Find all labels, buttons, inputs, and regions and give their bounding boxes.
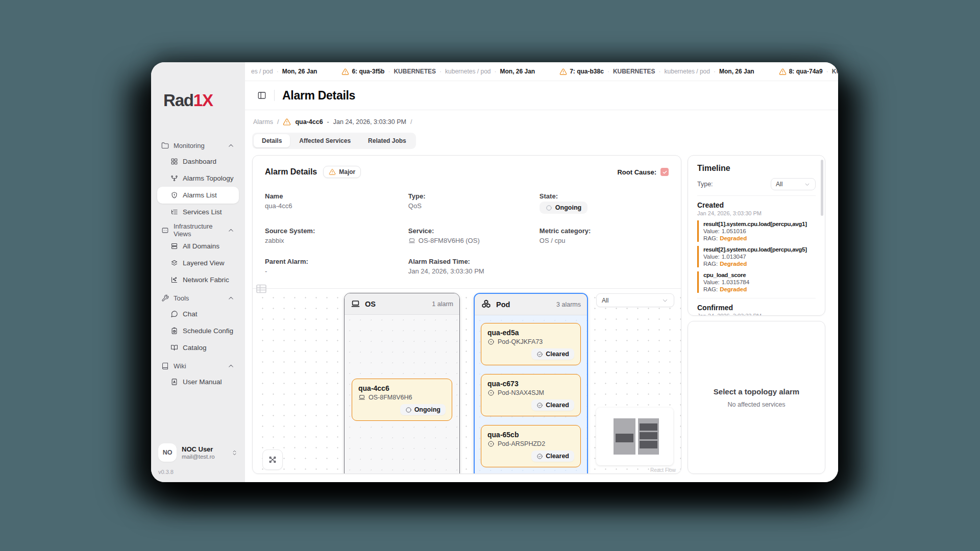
- sidebar-section-tools[interactable]: Tools: [157, 290, 239, 306]
- book-icon: [161, 362, 169, 370]
- services-placeholder-subtitle: No affected services: [727, 401, 785, 408]
- topology-node-os[interactable]: OS 1 alarm qua-4cc6 OS-8FM8V6H6: [344, 293, 460, 474]
- route-layout-button[interactable]: [262, 449, 283, 470]
- circle-icon: [546, 205, 552, 211]
- status-badge: Ongoing: [400, 404, 446, 415]
- minimap-node-pod: [638, 418, 659, 455]
- user-name: NOC User: [182, 445, 215, 453]
- root-cause-checkbox[interactable]: [660, 168, 669, 176]
- timeline-panel: Timeline Type: All Created Jan 24, 2026,…: [688, 155, 825, 316]
- sidebar-item-alarms-topology[interactable]: Alarms Topology: [157, 170, 239, 187]
- state-pill: Ongoing: [540, 202, 587, 214]
- topology-alarm-card[interactable]: qua-ed5a Pod-QKJKFA73 Cleared: [481, 323, 581, 365]
- layers-icon: [170, 259, 178, 267]
- check-circle-icon: [536, 453, 543, 460]
- app-window: Rad1X Monitoring Dashboard Alarms Topolo…: [151, 62, 838, 482]
- topology-node-pod[interactable]: Pod 3 alarms qua-ed5a Pod-QKJKFA: [474, 293, 588, 474]
- tab-affected-services[interactable]: Affected Services: [291, 134, 359, 147]
- sidebar-section-wiki[interactable]: Wiki: [157, 358, 239, 373]
- sidebar-item-alarms-list[interactable]: Alarms List: [157, 187, 239, 204]
- topology-minimap[interactable]: [596, 408, 673, 465]
- user-email: mail@test.ro: [182, 454, 215, 460]
- field-metric-category: Metric category: OS / cpu: [540, 227, 669, 244]
- chevron-down-icon: [662, 297, 669, 304]
- sidebar-item-services-list[interactable]: Services List: [157, 204, 239, 220]
- page-header: Alarm Details: [245, 81, 838, 110]
- tab-bar: Details Affected Services Related Jobs: [252, 133, 416, 149]
- sidebar: Rad1X Monitoring Dashboard Alarms Topolo…: [151, 62, 245, 482]
- right-column: Timeline Type: All Created Jan 24, 2026,…: [688, 155, 825, 474]
- server-icon: [170, 242, 178, 250]
- field-source-system: Source System: zabbix: [265, 227, 408, 244]
- warning-triangle-icon: [779, 68, 787, 76]
- chevron-up-icon: [227, 294, 235, 302]
- laptop-icon: [408, 237, 415, 244]
- topology-canvas[interactable]: OS 1 alarm qua-4cc6 OS-8FM8V6H6: [253, 288, 681, 473]
- breadcrumb-alarm-id[interactable]: qua-4cc6: [295, 118, 323, 126]
- breadcrumb-root[interactable]: Alarms: [253, 118, 273, 126]
- sidebar-item-user-manual[interactable]: User Manual: [157, 373, 239, 390]
- sidebar-item-dashboard[interactable]: Dashboard: [157, 153, 239, 170]
- network-fabric-icon: [170, 276, 178, 284]
- sidebar-item-schedule-config[interactable]: Schedule Config: [157, 322, 239, 339]
- timeline-timestamp: Jan 24, 2026, 3:03:30 PM: [697, 210, 816, 216]
- table-view-icon[interactable]: [255, 283, 268, 295]
- tab-details[interactable]: Details: [254, 134, 290, 147]
- topology-filter-select[interactable]: All: [596, 293, 674, 307]
- panel-toggle-icon[interactable]: [257, 91, 266, 100]
- check-circle-icon: [536, 351, 543, 358]
- user-menu[interactable]: NO NOC User mail@test.ro: [158, 443, 238, 462]
- folder-icon: [161, 142, 169, 149]
- shield-alert-icon: [170, 191, 178, 199]
- timeline-title: Timeline: [697, 164, 816, 173]
- timeline-scrollbar-thumb[interactable]: [821, 160, 823, 216]
- node-alarm-count: 3 alarms: [556, 301, 581, 308]
- chevrons-up-down-icon: [231, 449, 238, 456]
- services-placeholder-title: Select a topology alarm: [714, 387, 799, 396]
- ticker-item[interactable]: 8: qua-74a9 · KUBERNETES · kubernetes / …: [779, 68, 838, 76]
- warning-triangle-icon: [283, 118, 291, 126]
- clipboard-clock-icon: [170, 327, 178, 335]
- sidebar-item-network-fabric[interactable]: Network Fabric: [157, 271, 239, 288]
- chevron-up-icon: [227, 142, 235, 149]
- ticker-item[interactable]: 7: qua-b38c · KUBERNETES · kubernetes / …: [559, 68, 754, 76]
- sidebar-item-catalog[interactable]: Catalog: [157, 339, 239, 356]
- chevron-up-icon: [227, 362, 235, 370]
- topology-alarm-card[interactable]: qua-c673 Pod-N3AX4SJM Cleared: [481, 374, 581, 416]
- warning-triangle-icon: [329, 168, 336, 176]
- alarm-card-title: Alarm Details: [265, 167, 317, 177]
- app-version: v0.3.8: [158, 469, 238, 475]
- route-icon: [268, 455, 277, 464]
- sidebar-item-all-domains[interactable]: All Domains: [157, 238, 239, 255]
- ticker-item[interactable]: 6: qua-3f5b · KUBERNETES · kubernetes / …: [341, 68, 535, 76]
- laptop-icon: [351, 299, 360, 309]
- node-title: Pod: [496, 300, 510, 309]
- divider: [274, 90, 275, 101]
- sidebar-section-monitoring[interactable]: Monitoring: [157, 138, 239, 153]
- topology-alarm-card[interactable]: qua-4cc6 OS-8FM8V6H6 Ongoing: [352, 379, 452, 421]
- main-area: es / pod · Mon, 26 Jan 6: qua-3f5b · KUB…: [245, 62, 838, 482]
- avatar: NO: [158, 443, 177, 462]
- sidebar-item-chat[interactable]: Chat: [157, 306, 239, 322]
- tab-related-jobs[interactable]: Related Jobs: [360, 134, 414, 147]
- topology-alarm-card[interactable]: qua-65cb Pod-ARSPHZD2 Cleared: [481, 425, 581, 467]
- timeline-type-select[interactable]: All: [771, 178, 816, 190]
- node-title: OS: [365, 300, 376, 308]
- page-content: Alarms / qua-4cc6 - Jan 24, 2026, 3:03:3…: [245, 110, 838, 482]
- list-tree-icon: [170, 208, 178, 216]
- boxes-icon: [161, 227, 169, 234]
- alarm-fields: Name qua-4cc6 Type: QoS State:: [265, 192, 669, 275]
- severity-badge: Major: [323, 166, 361, 178]
- circle-dot-icon: [487, 440, 495, 447]
- sidebar-section-infrastructure-views[interactable]: Infrastructure Views: [157, 222, 239, 238]
- wrench-icon: [161, 294, 169, 302]
- field-name: Name qua-4cc6: [265, 192, 408, 214]
- sidebar-nav: Monitoring Dashboard Alarms Topology Ala…: [157, 136, 239, 439]
- laptop-icon: [358, 394, 365, 401]
- divider: [697, 298, 816, 298]
- sidebar-item-layered-view[interactable]: Layered View: [157, 255, 239, 271]
- sidebar-footer: NO NOC User mail@test.ro v0.3.8: [157, 439, 239, 482]
- ticker-item[interactable]: es / pod · Mon, 26 Jan: [251, 68, 317, 75]
- field-parent-alarm: Parent Alarm: -: [265, 258, 408, 275]
- dashboard-icon: [170, 158, 178, 165]
